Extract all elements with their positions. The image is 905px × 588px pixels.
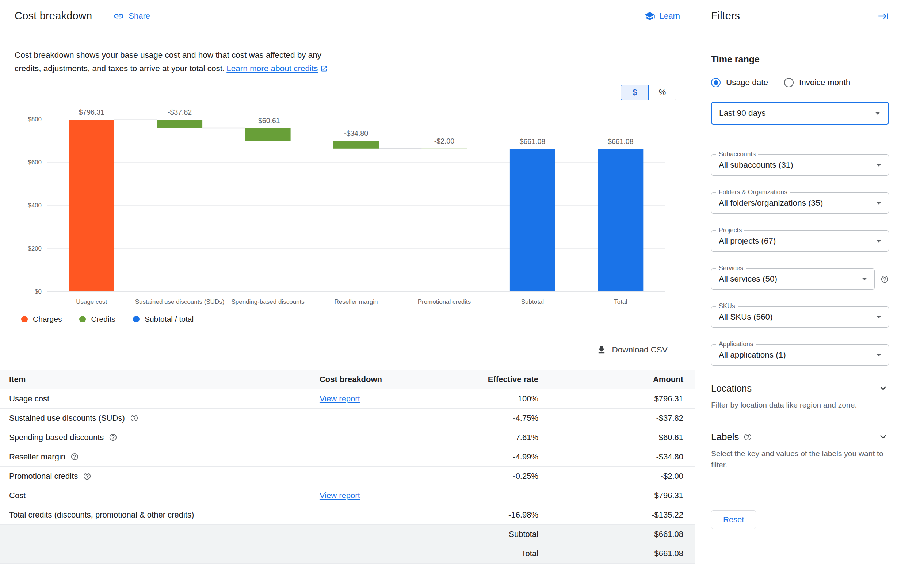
table-row: Promotional credits-0.25%-$2.00 xyxy=(0,467,695,486)
learn-label: Learn xyxy=(660,11,680,21)
cell-cost-breakdown xyxy=(319,525,445,544)
waterfall-bar[interactable] xyxy=(598,149,643,291)
cell-cost-breakdown xyxy=(319,505,445,525)
waterfall-bar[interactable] xyxy=(510,149,555,291)
cell-amount: -$37.82 xyxy=(538,409,695,428)
learn-button[interactable]: Learn xyxy=(644,11,680,22)
help-icon[interactable] xyxy=(881,275,889,283)
share-label: Share xyxy=(129,11,150,21)
section-header-labels[interactable]: Labels xyxy=(711,431,889,443)
waterfall-bar[interactable] xyxy=(69,120,114,291)
dropdown-services[interactable]: ServicesAll services (50) xyxy=(711,269,875,289)
download-row: Download CSV xyxy=(0,345,668,355)
download-csv-button[interactable]: Download CSV xyxy=(596,345,668,355)
share-button[interactable]: Share xyxy=(113,11,150,22)
bar-value-label: -$37.82 xyxy=(168,108,192,116)
dropdown-arrow-icon xyxy=(859,273,870,284)
dropdown-applications[interactable]: ApplicationsAll applications (1) xyxy=(711,345,889,366)
filters-body: Time range Usage dateInvoice month Last … xyxy=(695,32,905,529)
section-title: Labels xyxy=(711,431,739,443)
cell-item: Reseller margin xyxy=(0,447,319,467)
dollar-toggle-button[interactable]: $ xyxy=(621,85,649,100)
dropdown-label: Projects xyxy=(716,226,744,234)
section-header-locations[interactable]: Locations xyxy=(711,382,889,394)
cell-effective-rate xyxy=(445,486,538,505)
column-cost-breakdown: Cost breakdown xyxy=(319,370,445,389)
external-link-icon[interactable] xyxy=(320,65,328,72)
column-item: Item xyxy=(0,370,319,389)
learn-more-credits-link[interactable]: Learn more about credits xyxy=(226,64,318,73)
filters-header: Filters xyxy=(695,0,905,32)
help-icon[interactable] xyxy=(743,433,752,441)
y-tick-label: $200 xyxy=(28,245,41,252)
download-csv-label: Download CSV xyxy=(612,345,668,354)
dropdown-value: All applications (1) xyxy=(719,350,873,360)
waterfall-bar[interactable] xyxy=(157,120,202,128)
filter-dropdowns: SubaccountsAll subaccounts (31)Folders &… xyxy=(711,154,889,366)
column-amount: Amount xyxy=(538,370,695,389)
dropdown-label: Subaccounts xyxy=(716,151,758,158)
dropdown-row-skus: SKUsAll SKUs (560) xyxy=(711,307,889,327)
waterfall-bar[interactable] xyxy=(333,141,379,149)
radio-label: Usage date xyxy=(726,78,768,87)
dropdown-label: Applications xyxy=(716,340,756,348)
waterfall-chart: $0$200$400$600$800$796.31Usage cost-$37.… xyxy=(0,102,695,313)
legend-dot xyxy=(133,316,140,323)
dropdown-folders-organizations[interactable]: Folders & OrganizationsAll folders/organ… xyxy=(711,192,889,214)
dropdown-row-projects: ProjectsAll projects (67) xyxy=(711,230,889,252)
percent-toggle-button[interactable]: % xyxy=(649,85,676,100)
bar-value-label: $661.08 xyxy=(608,137,634,145)
dropdown-skus[interactable]: SKUsAll SKUs (560) xyxy=(711,307,889,327)
page-header: Cost breakdown Share Learn xyxy=(0,0,695,32)
radio-usage-date[interactable]: Usage date xyxy=(711,78,768,87)
cell-item xyxy=(0,525,319,544)
cell-cost-breakdown xyxy=(319,409,445,428)
table-row: Total$661.08 xyxy=(0,544,695,564)
dropdown-row-applications: ApplicationsAll applications (1) xyxy=(711,345,889,366)
view-report-link[interactable]: View report xyxy=(319,491,360,500)
help-icon[interactable] xyxy=(83,472,91,480)
cell-cost-breakdown xyxy=(319,467,445,486)
cell-item: Total credits (discounts, promotional & … xyxy=(0,505,319,525)
help-icon[interactable] xyxy=(109,433,117,442)
chevron-down-icon[interactable] xyxy=(877,431,889,443)
chevron-down-icon[interactable] xyxy=(877,382,889,394)
share-icon xyxy=(113,11,124,22)
cell-item xyxy=(0,544,319,564)
dropdown-arrow-icon xyxy=(873,350,884,361)
waterfall-bar[interactable] xyxy=(421,149,467,149)
dropdown-value: All subaccounts (31) xyxy=(719,161,873,170)
y-tick-label: $800 xyxy=(28,116,41,123)
learn-more-credits-label: Learn more about credits xyxy=(226,64,318,73)
dropdown-projects[interactable]: ProjectsAll projects (67) xyxy=(711,230,889,252)
column-effective-rate: Effective rate xyxy=(445,370,538,389)
legend-item-credits[interactable]: Credits xyxy=(79,315,116,324)
cell-amount: $661.08 xyxy=(538,525,695,544)
dropdown-label: SKUs xyxy=(716,302,738,310)
help-icon[interactable] xyxy=(70,453,79,461)
cell-effective-rate: -16.98% xyxy=(445,505,538,525)
cost-breakdown-table: Item Cost breakdown Effective rate Amoun… xyxy=(0,370,695,564)
view-report-link[interactable]: View report xyxy=(319,394,360,403)
reset-button[interactable]: Reset xyxy=(711,510,756,529)
radio-invoice-month[interactable]: Invoice month xyxy=(784,78,850,87)
table-row: CostView report$796.31 xyxy=(0,486,695,505)
item-label: Total credits (discounts, promotional & … xyxy=(9,510,194,519)
dropdown-value: All projects (67) xyxy=(719,236,873,246)
app: Cost breakdown Share Learn Cost breakdow… xyxy=(0,0,905,588)
time-range-select[interactable]: Last 90 days xyxy=(711,102,889,124)
cell-item: Cost xyxy=(0,486,319,505)
intro-text: Cost breakdown shows your base usage cos… xyxy=(14,48,349,75)
help-icon[interactable] xyxy=(130,414,138,422)
collapse-panel-icon[interactable] xyxy=(878,11,889,22)
cell-amount: -$34.80 xyxy=(538,447,695,467)
x-category-label: Reseller margin xyxy=(334,299,378,305)
time-range-radio-group: Usage dateInvoice month xyxy=(711,78,889,87)
cell-cost-breakdown xyxy=(319,544,445,564)
dropdown-subaccounts[interactable]: SubaccountsAll subaccounts (31) xyxy=(711,154,889,176)
waterfall-bar[interactable] xyxy=(245,128,291,141)
section-locations: LocationsFilter by location data like re… xyxy=(711,382,889,410)
legend-item-charges[interactable]: Charges xyxy=(21,315,62,324)
item-label: Sustained use discounts (SUDs) xyxy=(9,413,125,423)
legend-item-subtotal-total[interactable]: Subtotal / total xyxy=(133,315,194,324)
